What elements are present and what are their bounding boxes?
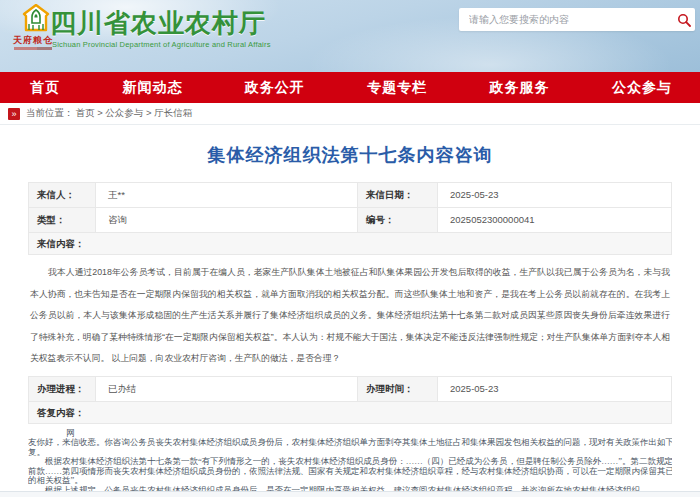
nav-item-home[interactable]: 首页 (30, 72, 60, 103)
breadcrumb-arrows-icon: » (8, 108, 20, 120)
letter-date-value: 2025-05-23 (438, 183, 671, 207)
sender-label: 来信人： (29, 183, 96, 207)
letter-content-label: 来信内容： (28, 233, 672, 255)
reply-line: 根据上述规定，公务员丧失农村集体经济组织成员身份后，是否在一定期限内享受相关权益… (28, 486, 672, 491)
search-box (459, 8, 695, 31)
nav-item-special-columns[interactable]: 专题专栏 (367, 72, 427, 103)
type-label: 类型： (29, 208, 96, 232)
reply-line: 的相关权益”。 (28, 476, 672, 486)
number-value: 2025052300000041 (438, 208, 671, 232)
type-value: 咨询 (96, 208, 358, 232)
handle-time-label: 办理时间： (358, 377, 438, 401)
nav-item-news[interactable]: 新闻动态 (122, 72, 182, 103)
site-header: 天府粮仓 四川省农业农村厅 Sichuan Provincial Departm… (0, 0, 700, 72)
number-label: 编号： (358, 208, 438, 232)
search-icon[interactable] (673, 8, 695, 31)
nav-item-gov-info[interactable]: 政务公开 (245, 72, 305, 103)
search-input[interactable] (459, 14, 673, 25)
footer-strip (0, 491, 700, 497)
reply-line: 友你好，来信收悉。你咨询公务员丧失农村集体经济组织成员身份后，农村集体经济组织单… (28, 438, 672, 448)
process-table: 办理进程： 已办结 办理时间： 2025-05-23 (28, 376, 672, 402)
main-nav: 首页 新闻动态 政务公开 专题专栏 政务服务 公众参与 (0, 72, 700, 103)
table-row: 办理进程： 已办结 办理时间： 2025-05-23 (29, 377, 671, 401)
table-row: 类型： 咨询 编号： 2025052300000041 (29, 208, 671, 233)
breadcrumb: » 当前位置： 首页 > 公众参与 > 厅长信箱 (0, 103, 700, 125)
letter-detail: 集体经济组织法第十七条内容咨询 来信人： 王** 来信日期： 2025-05-2… (0, 125, 700, 491)
reply-line: 网 (28, 429, 672, 439)
sender-value: 王** (96, 183, 358, 207)
breadcrumb-path[interactable]: 首页 > 公众参与 > 厅长信箱 (76, 107, 193, 120)
handle-time-value: 2025-05-23 (438, 377, 671, 401)
nav-item-public-participation[interactable]: 公众参与 (612, 72, 672, 103)
department-emblem-icon (22, 4, 50, 32)
letter-content-text: 我本人通过2018年公务员考试，目前属于在编人员，老家生产队队集体土地被征占和队… (28, 255, 672, 376)
site-title[interactable]: 四川省农业农村厅 (50, 6, 266, 41)
reply-line: 前款……第四项情形而丧失农村集体经济组织成员身份的，依照法律法规、国家有关规定和… (28, 467, 672, 477)
reply-content-text: 网 友你好，来信收悉。你咨询公务员丧失农村集体经济组织成员身份后，农村集体经济组… (28, 424, 672, 492)
reply-content-label: 答复内容： (28, 401, 672, 424)
nav-item-gov-services[interactable]: 政务服务 (490, 72, 550, 103)
site-subtitle-en: Sichuan Provincial Department of Agricul… (52, 40, 271, 49)
table-row: 来信人： 王** 来信日期： 2025-05-23 (29, 183, 671, 208)
letter-date-label: 来信日期： (358, 183, 438, 207)
reply-line: 根据农村集体经济组织法第十七条第一款“有下列情形之一的，丧失农村集体经济组织成员… (28, 457, 672, 467)
progress-value: 已办结 (96, 377, 358, 401)
seal-caption (14, 47, 52, 50)
reply-line: 复。 (28, 448, 672, 458)
breadcrumb-prefix: 当前位置： (26, 107, 74, 120)
page-title: 集体经济组织法第十七条内容咨询 (28, 143, 672, 167)
page: 天府粮仓 四川省农业农村厅 Sichuan Provincial Departm… (0, 0, 700, 497)
progress-label: 办理进程： (29, 377, 96, 401)
letter-info-table: 来信人： 王** 来信日期： 2025-05-23 类型： 咨询 编号： 202… (28, 182, 672, 233)
